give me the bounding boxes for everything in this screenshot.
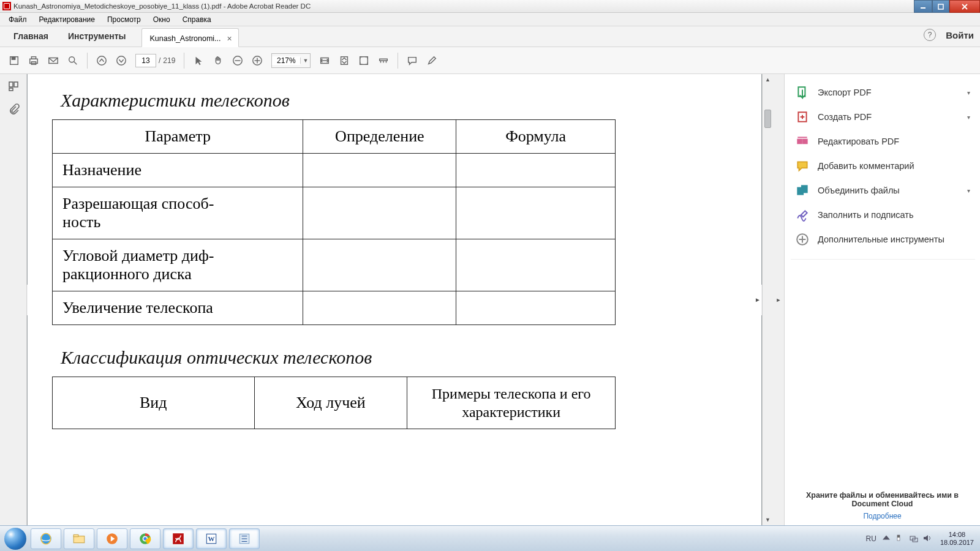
t1-cell: [303, 154, 456, 187]
help-icon[interactable]: ?: [924, 29, 936, 41]
hand-tool-icon[interactable]: [209, 51, 227, 70]
zoom-level-input[interactable]: [272, 56, 300, 65]
export-pdf-icon: [796, 86, 809, 99]
svg-rect-61: [897, 535, 900, 538]
task-control-panel[interactable]: [229, 528, 260, 549]
comment-icon[interactable]: [403, 51, 421, 70]
window-close-button[interactable]: [949, 0, 980, 13]
thumbnails-icon[interactable]: [7, 80, 20, 94]
t1-cell: [303, 187, 456, 239]
svg-rect-31: [798, 87, 805, 96]
task-ie[interactable]: [31, 528, 61, 549]
t1-cell: [303, 291, 456, 325]
section1-title: Характеристики телескопов: [61, 90, 737, 111]
page-up-icon[interactable]: [92, 51, 111, 70]
app-icon: [2, 2, 11, 10]
search-icon[interactable]: [64, 51, 82, 70]
menu-view[interactable]: Просмотр: [101, 14, 147, 25]
page-current-input[interactable]: [135, 54, 156, 67]
tray-clock[interactable]: 14:08 18.09.2017: [937, 531, 975, 546]
toolbar-separator: [398, 53, 398, 69]
task-acrobat[interactable]: [163, 528, 194, 549]
document-viewport[interactable]: ◄ Характеристики телескопов Параметр Опр…: [27, 74, 762, 525]
t1-cell: Разрешающая способ- ность: [53, 187, 303, 239]
language-indicator[interactable]: RU: [864, 534, 879, 543]
svg-rect-39: [802, 186, 807, 192]
cloud-promo: Храните файлы и обменивайтесь ими в Docu…: [785, 486, 980, 525]
svg-point-10: [69, 56, 75, 62]
create-pdf-icon: [796, 111, 809, 123]
tool-fill-sign[interactable]: Заполнить и подписать: [791, 203, 975, 227]
zoom-dropdown-icon[interactable]: ▼: [300, 58, 310, 64]
window-title: Kunash_Astronomiya_Metodicheskoye_posobi…: [13, 2, 311, 10]
scroll-track[interactable]: [763, 85, 773, 514]
window-maximize-button[interactable]: [932, 0, 949, 13]
fit-page-icon[interactable]: [335, 51, 353, 70]
start-button[interactable]: [2, 526, 28, 552]
tool-combine-files[interactable]: Объединить файлы ▾: [791, 178, 975, 203]
tray-show-hidden-icon[interactable]: [883, 534, 892, 544]
task-word[interactable]: W: [196, 528, 227, 549]
tray-volume-icon[interactable]: [923, 534, 933, 544]
read-mode-icon[interactable]: [374, 51, 393, 70]
task-media-player[interactable]: [97, 528, 127, 549]
task-chrome[interactable]: [130, 528, 160, 549]
tab-tools[interactable]: Инструменты: [58, 26, 136, 47]
menu-file[interactable]: Файл: [2, 14, 33, 25]
print-icon[interactable]: [24, 51, 43, 70]
email-icon[interactable]: [44, 51, 62, 70]
tray-flag-icon[interactable]: [896, 534, 906, 544]
main-toolbar: / 219 ▼: [0, 47, 980, 74]
tab-home[interactable]: Главная: [4, 26, 58, 47]
combine-files-icon: [796, 184, 809, 197]
scroll-thumb[interactable]: [764, 110, 771, 128]
tab-document[interactable]: Kunash_Astronomi... ×: [141, 28, 238, 47]
page-down-icon[interactable]: [112, 51, 130, 70]
t1-cell: Назначение: [53, 154, 303, 187]
chevron-down-icon: ▾: [967, 187, 970, 194]
page-total: 219: [163, 56, 175, 65]
t1-cell: [456, 291, 616, 325]
collapse-panel-icon[interactable]: ►: [773, 74, 784, 525]
svg-rect-5: [12, 56, 15, 59]
menu-window[interactable]: Окно: [147, 14, 176, 25]
t2-header-examples: Примеры телескопа и его характеристики: [407, 377, 616, 429]
vertical-scrollbar[interactable]: ▲ ▼: [762, 74, 773, 525]
tab-close-icon[interactable]: ×: [227, 34, 232, 43]
fit-width-icon[interactable]: [315, 51, 334, 70]
svg-text:W: W: [208, 535, 215, 542]
scroll-down-icon[interactable]: ▼: [763, 514, 773, 525]
scroll-up-icon[interactable]: ▲: [763, 74, 773, 85]
tray-network-icon[interactable]: [910, 534, 919, 544]
highlight-icon[interactable]: [423, 51, 441, 70]
svg-point-12: [97, 56, 106, 64]
fullscreen-icon[interactable]: [355, 51, 373, 70]
window-minimize-button[interactable]: [914, 0, 932, 13]
t1-header-def: Определение: [303, 120, 456, 154]
page-separator: /: [159, 56, 160, 65]
tool-more-tools[interactable]: Дополнительные инструменты: [791, 227, 975, 252]
tool-label: Редактировать PDF: [818, 137, 899, 146]
zoom-level-box[interactable]: ▼: [271, 53, 311, 68]
tool-export-pdf[interactable]: Экспорт PDF ▾: [791, 80, 975, 105]
save-icon[interactable]: [5, 51, 23, 70]
next-page-arrow[interactable]: ►: [753, 285, 762, 315]
signin-button[interactable]: Войти: [946, 30, 974, 40]
attachments-icon[interactable]: [7, 103, 20, 117]
promo-learn-more-link[interactable]: Подробнее: [791, 512, 974, 520]
selection-tool-icon[interactable]: [189, 51, 208, 70]
zoom-out-icon[interactable]: [228, 51, 247, 70]
zoom-in-icon[interactable]: [248, 51, 266, 70]
pdf-page: Характеристики телескопов Параметр Опред…: [28, 74, 761, 525]
menu-edit[interactable]: Редактирование: [33, 14, 101, 25]
tool-label: Создать PDF: [818, 112, 872, 122]
comment-tool-icon: [796, 160, 809, 172]
section2-title: Классификация оптических телескопов: [61, 347, 737, 368]
svg-marker-14: [196, 56, 202, 65]
menu-help[interactable]: Справка: [176, 14, 217, 25]
tool-add-comment[interactable]: Добавить комментарий: [791, 154, 975, 178]
task-explorer[interactable]: [64, 528, 94, 549]
document-area: ◄ Характеристики телескопов Параметр Опр…: [27, 74, 784, 525]
tool-edit-pdf[interactable]: Редактировать PDF: [791, 129, 975, 154]
tool-create-pdf[interactable]: Создать PDF ▾: [791, 105, 975, 129]
